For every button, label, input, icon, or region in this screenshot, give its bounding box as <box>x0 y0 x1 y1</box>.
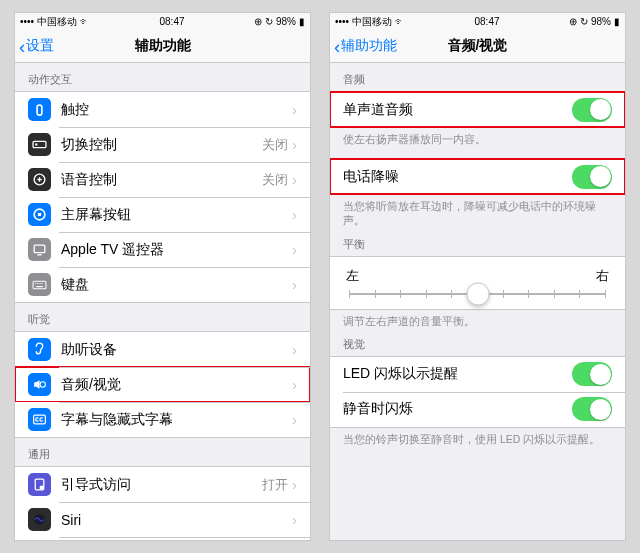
value: 关闭 <box>262 136 288 154</box>
chevron-right-icon: › <box>292 341 297 358</box>
row-noise-cancel[interactable]: 电话降噪 <box>330 159 625 194</box>
navbar: ‹辅助功能 音频/视觉 <box>330 30 625 63</box>
av-icon <box>28 373 51 396</box>
tv-icon <box>28 238 51 261</box>
chevron-right-icon: › <box>292 276 297 293</box>
label: 主屏幕按钮 <box>61 206 292 224</box>
chevron-right-icon: › <box>292 411 297 428</box>
touch-icon <box>28 98 51 121</box>
value: 关闭 <box>262 171 288 189</box>
chevron-left-icon: ‹ <box>334 37 340 56</box>
status-bar: ••••中国移动ᯤ 08:47 ⊕↻98%▮ <box>330 13 625 30</box>
back-button[interactable]: ‹设置 <box>19 37 54 56</box>
settings-row[interactable]: 助听设备› <box>15 332 310 367</box>
home-icon <box>28 203 51 226</box>
label: 语音控制 <box>61 171 262 189</box>
svg-rect-6 <box>33 281 46 289</box>
footnote: 当您将听筒放在耳边时，降噪可减少电话中的环境噪声。 <box>330 195 625 227</box>
row-led-flash[interactable]: LED 闪烁以示提醒 <box>330 357 625 392</box>
section-header: 听觉 <box>15 303 310 331</box>
chevron-right-icon: › <box>292 136 297 153</box>
label: 电话降噪 <box>343 168 572 186</box>
label: 触控 <box>61 101 292 119</box>
label: Siri <box>61 512 292 528</box>
row-mono-audio[interactable]: 单声道音频 <box>330 92 625 127</box>
label: 助听设备 <box>61 341 292 359</box>
slider-track[interactable] <box>349 293 606 295</box>
settings-row[interactable]: Siri› <box>15 502 310 537</box>
label: 静音时闪烁 <box>343 400 572 418</box>
settings-row[interactable]: 字幕与隐藏式字幕› <box>15 402 310 437</box>
back-button[interactable]: ‹辅助功能 <box>334 37 397 56</box>
svg-rect-4 <box>38 213 41 216</box>
value: 打开 <box>262 476 288 494</box>
footnote: 调节左右声道的音量平衡。 <box>330 310 625 328</box>
label: 字幕与隐藏式字幕 <box>61 411 292 429</box>
switch-icon <box>28 133 51 156</box>
page-title: 辅助功能 <box>135 37 191 55</box>
row-flash-silent[interactable]: 静音时闪烁 <box>330 392 625 427</box>
settings-row[interactable]: 辅助功能快捷键询问› <box>15 537 310 540</box>
chevron-right-icon: › <box>292 376 297 393</box>
chevron-right-icon: › <box>292 511 297 528</box>
phone-right: ••••中国移动ᯤ 08:47 ⊕↻98%▮ ‹辅助功能 音频/视觉 音频 单声… <box>329 12 626 541</box>
svg-point-10 <box>40 486 44 490</box>
settings-row[interactable]: 主屏幕按钮› <box>15 197 310 232</box>
settings-row[interactable]: 语音控制关闭› <box>15 162 310 197</box>
section-header: 动作交互 <box>15 63 310 91</box>
label: Apple TV 遥控器 <box>61 241 292 259</box>
navbar: ‹设置 辅助功能 <box>15 30 310 63</box>
section-header: 通用 <box>15 438 310 466</box>
chevron-right-icon: › <box>292 476 297 493</box>
slider-thumb[interactable] <box>466 282 489 305</box>
section-header: 视觉 <box>330 328 625 356</box>
kbd-icon <box>28 273 51 296</box>
cc-icon <box>28 408 51 431</box>
svg-rect-5 <box>34 245 45 253</box>
content: 动作交互 触控›切换控制关闭›语音控制关闭›主屏幕按钮›Apple TV 遥控器… <box>15 63 310 540</box>
chevron-right-icon: › <box>292 101 297 118</box>
settings-row[interactable]: 引导式访问打开› <box>15 467 310 502</box>
svg-point-7 <box>40 382 45 387</box>
footnote: 使左右扬声器播放同一内容。 <box>330 128 625 146</box>
content: 音频 单声道音频 使左右扬声器播放同一内容。 电话降噪 当您将听筒放在耳边时，降… <box>330 63 625 540</box>
chevron-left-icon: ‹ <box>19 37 25 56</box>
label: 音频/视觉 <box>61 376 292 394</box>
settings-row[interactable]: 音频/视觉› <box>15 367 310 402</box>
guide-icon <box>28 473 51 496</box>
balance-slider[interactable]: 左右 <box>330 257 625 309</box>
svg-rect-1 <box>35 143 37 145</box>
settings-row[interactable]: Apple TV 遥控器› <box>15 232 310 267</box>
label: 单声道音频 <box>343 101 572 119</box>
svg-rect-0 <box>33 141 46 147</box>
chevron-right-icon: › <box>292 206 297 223</box>
label: 键盘 <box>61 276 292 294</box>
siri-icon <box>28 508 51 531</box>
ear-icon <box>28 338 51 361</box>
section-header: 音频 <box>330 63 625 91</box>
toggle-switch[interactable] <box>572 397 612 421</box>
status-bar: ••••中国移动ᯤ 08:47 ⊕↻98%▮ <box>15 13 310 30</box>
toggle-switch[interactable] <box>572 98 612 122</box>
chevron-right-icon: › <box>292 171 297 188</box>
label: 引导式访问 <box>61 476 262 494</box>
footnote: 当您的铃声切换至静音时，使用 LED 闪烁以示提醒。 <box>330 428 625 446</box>
label: LED 闪烁以示提醒 <box>343 365 572 383</box>
toggle-switch[interactable] <box>572 362 612 386</box>
label: 切换控制 <box>61 136 262 154</box>
settings-row[interactable]: 触控› <box>15 92 310 127</box>
voice-icon <box>28 168 51 191</box>
toggle-switch[interactable] <box>572 165 612 189</box>
phone-left: ••••中国移动ᯤ 08:47 ⊕↻98%▮ ‹设置 辅助功能 动作交互 触控›… <box>14 12 311 541</box>
page-title: 音频/视觉 <box>448 37 508 55</box>
chevron-right-icon: › <box>292 241 297 258</box>
settings-row[interactable]: 键盘› <box>15 267 310 302</box>
section-header: 平衡 <box>330 228 625 256</box>
settings-row[interactable]: 切换控制关闭› <box>15 127 310 162</box>
